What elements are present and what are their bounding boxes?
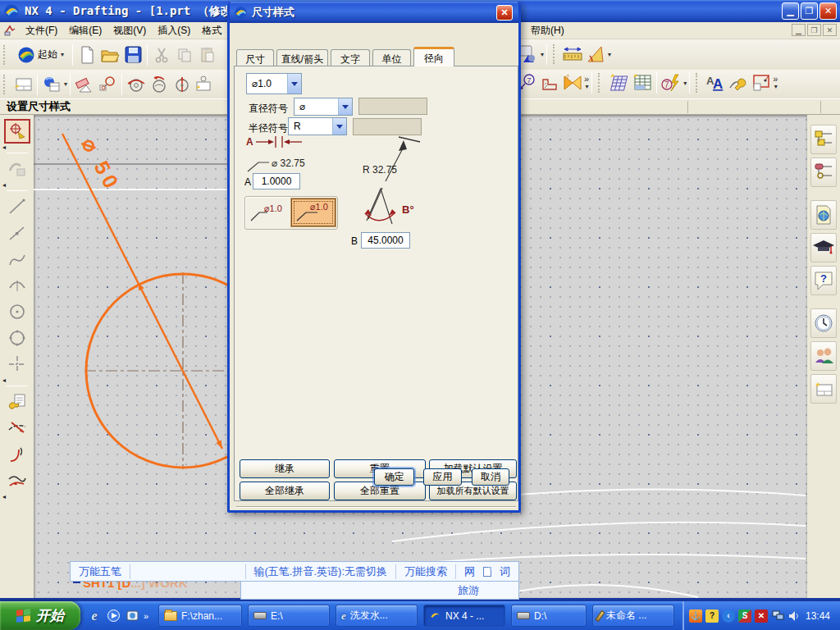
- ime-candidate[interactable]: 旅游: [458, 583, 479, 598]
- circle-points-tool-button[interactable]: [4, 326, 30, 350]
- parts-list-button[interactable]: [632, 71, 653, 94]
- expand-icon[interactable]: ◂: [2, 377, 6, 383]
- menu-edit[interactable]: 编辑(E): [63, 22, 107, 39]
- tab-line-arrow[interactable]: 直线/箭头: [276, 49, 328, 66]
- diameter-dimension-line[interactable]: [62, 134, 222, 449]
- toolbar-grip[interactable]: [3, 45, 8, 65]
- menu-insert[interactable]: 插入(S): [152, 22, 196, 39]
- annotation-style-button[interactable]: [4, 390, 30, 414]
- ime-word-link[interactable]: 词: [496, 564, 518, 579]
- stop-tray-icon[interactable]: ✕: [755, 609, 768, 623]
- b-value-input[interactable]: 45.0000: [361, 232, 410, 249]
- line-midpoint-tool-button[interactable]: [4, 221, 30, 245]
- centerline-tool-button[interactable]: [4, 352, 30, 377]
- fillet-curve-button[interactable]: [4, 442, 30, 467]
- update-views-button[interactable]: 7: [660, 71, 682, 94]
- line-tool-button[interactable]: [4, 194, 30, 219]
- tab-text[interactable]: 文字: [331, 49, 370, 66]
- expand-icon[interactable]: ◂: [2, 144, 6, 150]
- close-button[interactable]: ✕: [819, 2, 837, 20]
- help-button[interactable]: ?: [810, 266, 837, 295]
- task-browser[interactable]: e 洗发水...: [336, 605, 418, 627]
- rotate-view-x-button[interactable]: [126, 73, 147, 96]
- task-nx-active[interactable]: NX 4 - ...: [423, 605, 505, 627]
- ok-button[interactable]: 确定: [374, 468, 414, 486]
- toolbar-overflow[interactable]: »▾: [773, 75, 778, 90]
- network-tray-icon[interactable]: [771, 609, 784, 623]
- spline-tool-button[interactable]: [4, 247, 30, 272]
- dropdown-icon[interactable]: ▾: [64, 80, 67, 88]
- datum-button[interactable]: [74, 73, 95, 96]
- menu-file[interactable]: 文件(F): [20, 22, 63, 39]
- dimension-tool-button[interactable]: [4, 119, 30, 144]
- uc-tray-icon[interactable]: ⚓: [689, 609, 702, 623]
- dialog-titlebar[interactable]: 尺寸样式 ✕: [230, 2, 518, 23]
- cancel-button[interactable]: 取消: [472, 468, 509, 486]
- tab-dimension[interactable]: 尺寸: [236, 49, 274, 66]
- trim-curve-button[interactable]: [4, 416, 30, 441]
- radius-symbol-combo[interactable]: R: [288, 117, 347, 135]
- volume-tray-icon[interactable]: [788, 609, 801, 623]
- ime-bar[interactable]: 万能五笔 输(五笔.拼音.英语):无需切换 万能搜索 网 词: [70, 561, 519, 582]
- browser-quicklaunch-icon[interactable]: [125, 609, 139, 623]
- start-menu-button[interactable]: 起始 ▾: [12, 43, 69, 66]
- ime-candidate-bar[interactable]: 旅游: [240, 582, 519, 600]
- ime-search[interactable]: 万能搜索: [396, 564, 455, 579]
- ie-quicklaunch-icon[interactable]: e: [87, 609, 102, 623]
- mdi-minimize-button[interactable]: ▁: [792, 24, 806, 36]
- cut-button[interactable]: [151, 43, 172, 66]
- combo-dropdown-icon[interactable]: [287, 74, 301, 94]
- doc-icon[interactable]: [483, 567, 491, 577]
- sketch-tool-button[interactable]: [4, 157, 30, 181]
- circle-center-tool-button[interactable]: [4, 299, 30, 324]
- web-browser-button[interactable]: [810, 200, 837, 230]
- apply-button[interactable]: 应用: [423, 468, 462, 486]
- toolbar-grip[interactable]: [553, 44, 558, 64]
- expand-icon[interactable]: ◂: [2, 182, 6, 188]
- a-value-input[interactable]: 1.0000: [253, 173, 300, 189]
- mdi-close-button[interactable]: ✕: [823, 24, 837, 36]
- sheet-view-button[interactable]: [194, 73, 216, 96]
- crosshatch-button[interactable]: [539, 71, 560, 94]
- palettes-button[interactable]: [810, 374, 837, 404]
- menu-help[interactable]: 帮助(H): [525, 22, 570, 39]
- toolbar-overflow[interactable]: »▾: [584, 75, 589, 90]
- combo-dropdown-icon[interactable]: [332, 118, 346, 135]
- view-boundary-button[interactable]: [751, 71, 772, 94]
- clock[interactable]: 13:44: [806, 610, 830, 622]
- part-navigator-button[interactable]: [810, 125, 837, 154]
- sogou-tray-icon[interactable]: S: [738, 609, 751, 623]
- new-sheet-button[interactable]: [12, 73, 34, 96]
- paste-button[interactable]: [197, 43, 218, 66]
- language-bar-icon[interactable]: ‹: [722, 609, 735, 623]
- menu-view[interactable]: 视图(V): [107, 22, 152, 39]
- edit-curve-button[interactable]: [4, 468, 30, 493]
- tutorials-button[interactable]: [810, 233, 837, 262]
- toolbar-grip[interactable]: [696, 73, 701, 93]
- measure-angle-button[interactable]: [585, 43, 606, 66]
- combo-dropdown-icon[interactable]: [338, 98, 352, 115]
- inherit-all-button[interactable]: 全部继承: [240, 482, 330, 500]
- display-mode-button[interactable]: [41, 73, 62, 96]
- tab-radial[interactable]: 径向: [413, 47, 454, 66]
- task-drive-d[interactable]: D:\: [511, 605, 587, 627]
- task-drive-e[interactable]: E:\: [248, 605, 330, 627]
- dropdown-icon[interactable]: ▾: [541, 51, 544, 58]
- start-button[interactable]: 开始: [0, 601, 80, 630]
- task-folder-f[interactable]: F:\zhan...: [158, 605, 242, 627]
- ime-net-link[interactable]: 网: [456, 564, 478, 579]
- placement-option-2-selected[interactable]: ⌀1.0: [291, 199, 336, 226]
- save-button[interactable]: [122, 43, 144, 66]
- toolbar-grip[interactable]: [598, 73, 603, 93]
- task-untitled[interactable]: 未命名 ...: [592, 605, 674, 627]
- edit-style-button[interactable]: [728, 71, 749, 94]
- table-create-button[interactable]: [607, 71, 630, 94]
- rotate-view-z-button[interactable]: [171, 73, 193, 96]
- inherit-button[interactable]: 继承: [240, 459, 330, 478]
- help-tray-icon[interactable]: ?: [705, 609, 719, 623]
- media-player-icon[interactable]: [106, 609, 121, 623]
- measure-distance-button[interactable]: [562, 43, 583, 66]
- style-combo[interactable]: ⌀1.0: [246, 73, 302, 94]
- copy-button[interactable]: [174, 43, 195, 66]
- history-button[interactable]: [810, 308, 837, 338]
